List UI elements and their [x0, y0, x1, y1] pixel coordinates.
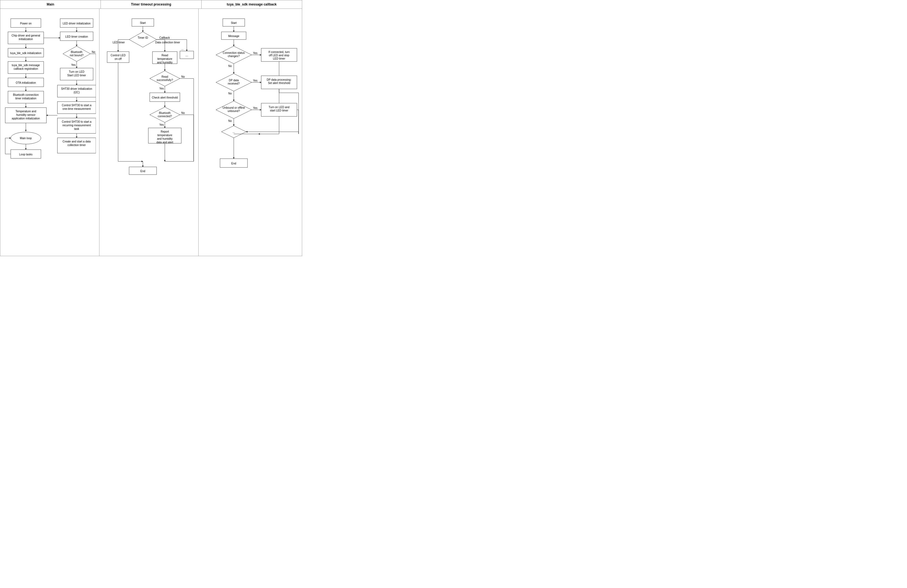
svg-text:Set alert threshold: Set alert threshold	[268, 81, 290, 85]
svg-text:connected?: connected?	[158, 115, 172, 118]
col1-flowchart: Power on Chip driver and general initial…	[2, 13, 96, 249]
svg-text:successfully?: successfully?	[157, 78, 173, 81]
header: Main Timer timeout processing tuya_ble_s…	[0, 0, 302, 9]
svg-text:...: ...	[232, 130, 235, 133]
svg-text:LED timer: LED timer	[273, 57, 285, 60]
svg-text:LED driver initialization: LED driver initialization	[62, 22, 91, 25]
svg-text:temperature: temperature	[157, 58, 172, 61]
svg-text:and humidity: and humidity	[157, 61, 173, 64]
svg-text:Chip driver and general: Chip driver and general	[11, 34, 40, 37]
svg-text:Create and start a data: Create and start a data	[62, 140, 91, 143]
svg-text:initialization: initialization	[19, 38, 33, 41]
svg-text:unbound?: unbound?	[228, 110, 240, 113]
svg-text:Yes: Yes	[253, 107, 257, 110]
svg-text:Bluetooth: Bluetooth	[71, 51, 82, 54]
svg-text:Yes: Yes	[159, 123, 164, 126]
svg-text:tuya_ble_sdk message: tuya_ble_sdk message	[12, 64, 40, 67]
svg-text:Message: Message	[228, 35, 240, 38]
col1: Power on Chip driver and general initial…	[0, 9, 99, 256]
svg-text:No: No	[92, 51, 95, 54]
svg-text:OTA initialization: OTA initialization	[16, 81, 36, 84]
svg-text:recurring measurement: recurring measurement	[62, 124, 91, 127]
svg-text:Timer ID: Timer ID	[138, 36, 148, 39]
svg-text:No: No	[181, 112, 185, 115]
col2: Start Timer ID Callback LED timer Data c…	[99, 9, 199, 256]
svg-text:Temperature and: Temperature and	[15, 110, 36, 113]
svg-text:If connected, turn: If connected, turn	[268, 51, 290, 54]
svg-text:Read: Read	[162, 54, 168, 57]
svg-text:on-off: on-off	[115, 58, 122, 61]
svg-text:Control LED: Control LED	[111, 54, 125, 57]
svg-text:off LED and stop: off LED and stop	[269, 54, 290, 57]
svg-text:SHT30 driver initialization: SHT30 driver initialization	[61, 87, 92, 90]
svg-text:received?: received?	[228, 82, 240, 85]
svg-text:Start: Start	[140, 21, 146, 24]
svg-text:temperature: temperature	[157, 134, 172, 137]
svg-text:...: ...	[181, 48, 183, 51]
page: Main Timer timeout processing tuya_ble_s…	[0, 0, 302, 256]
svg-rect-86	[107, 52, 129, 62]
svg-text:Turn on LED and: Turn on LED and	[269, 106, 290, 109]
svg-text:Turn on LED: Turn on LED	[69, 70, 84, 73]
svg-text:(I2C): (I2C)	[74, 91, 80, 94]
svg-text:LED timer creation: LED timer creation	[66, 35, 88, 38]
svg-text:Report: Report	[161, 130, 169, 133]
svg-text:not bound?: not bound?	[70, 54, 83, 57]
svg-text:Power on: Power on	[20, 22, 32, 25]
svg-text:No: No	[228, 92, 232, 95]
svg-text:Loop tasks: Loop tasks	[19, 153, 32, 156]
svg-text:Start LED timer: Start LED timer	[67, 74, 86, 77]
svg-text:humidity sensor: humidity sensor	[16, 113, 36, 117]
svg-text:Unbound or offline: Unbound or offline	[223, 106, 245, 109]
svg-text:Main loop: Main loop	[20, 137, 32, 140]
svg-text:No: No	[228, 64, 232, 67]
svg-text:changes?: changes?	[228, 54, 240, 58]
svg-text:Yes: Yes	[71, 64, 75, 66]
svg-text:timer initialization: timer initialization	[15, 97, 37, 100]
svg-text:Read: Read	[162, 75, 168, 78]
svg-text:No: No	[181, 75, 185, 78]
svg-text:Check alert threshold: Check alert threshold	[152, 96, 178, 99]
svg-text:Yes: Yes	[159, 87, 164, 90]
col3-header: tuya_ble_sdk message callback	[202, 0, 302, 8]
svg-text:Bluetooth connection: Bluetooth connection	[13, 93, 38, 96]
svg-text:Control SHT30 to start a: Control SHT30 to start a	[62, 120, 91, 123]
col3-flowchart: Start Message Connection status changes?…	[201, 13, 300, 249]
col2-header: Timer timeout processing	[101, 0, 201, 8]
svg-text:End: End	[231, 162, 236, 165]
svg-text:No: No	[228, 120, 232, 122]
svg-text:collection timer: collection timer	[67, 144, 86, 147]
svg-text:Bluetooth: Bluetooth	[159, 112, 171, 115]
svg-text:Yes: Yes	[253, 79, 257, 82]
svg-text:Connection status: Connection status	[223, 51, 245, 54]
col1-header: Main	[0, 0, 101, 8]
svg-marker-74	[129, 32, 157, 47]
svg-text:Control SHT30 to start a: Control SHT30 to start a	[62, 104, 91, 107]
svg-text:DP data: DP data	[229, 79, 239, 82]
svg-text:start LED timer: start LED timer	[270, 109, 288, 112]
svg-text:one-time measurement: one-time measurement	[62, 107, 91, 110]
svg-text:and humidity: and humidity	[157, 137, 173, 140]
svg-text:Data collection timer: Data collection timer	[155, 41, 180, 44]
svg-text:callback registration: callback registration	[14, 67, 38, 70]
svg-text:...: ...	[186, 54, 188, 57]
svg-text:Yes: Yes	[253, 52, 257, 54]
svg-text:Start: Start	[231, 21, 237, 24]
col3: Start Message Connection status changes?…	[199, 9, 302, 256]
content: Power on Chip driver and general initial…	[0, 9, 302, 256]
svg-text:Callback: Callback	[159, 36, 170, 39]
svg-text:tuya_ble_sdk initialization: tuya_ble_sdk initialization	[10, 52, 41, 54]
svg-text:End: End	[140, 169, 145, 173]
col2-flowchart: Start Timer ID Callback LED timer Data c…	[102, 13, 195, 249]
svg-text:application initialization: application initialization	[12, 117, 40, 120]
svg-text:DP data processing:: DP data processing:	[267, 78, 292, 81]
svg-text:task: task	[74, 127, 79, 130]
svg-text:LED timer: LED timer	[113, 41, 125, 44]
